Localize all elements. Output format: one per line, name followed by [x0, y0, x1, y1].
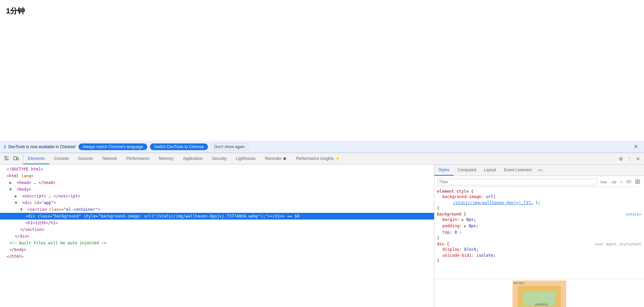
info-icon: ℹ [4, 144, 6, 149]
css-selector-div: div { [437, 242, 449, 246]
tab-lighthouse[interactable]: Lighthouse [231, 153, 260, 164]
css-selector-background: background { [437, 212, 466, 217]
new-style-rule-button[interactable]: + [619, 179, 624, 185]
tab-network[interactable]: Network [98, 153, 122, 164]
styles-tabs: Styles Computed Layout Event Listeners >… [434, 165, 644, 176]
dom-line-section[interactable]: ▼ <section class="el-container"> [0, 206, 434, 213]
toggle-properties-button[interactable] [634, 179, 641, 185]
tab-memory[interactable]: Memory [154, 153, 178, 164]
dom-line-div-app[interactable]: ▼ <div id="app"> [0, 199, 434, 206]
bg-image-link[interactable]: /static/img/wallhaven-dgojvj.f37… [453, 200, 533, 205]
devtools-toolbar: Elements Console Sources Network Perform… [0, 153, 644, 165]
styles-tab-styles[interactable]: Styles [434, 165, 453, 176]
tab-security[interactable]: Security [207, 153, 231, 164]
tab-performance-insights[interactable]: Performance insights ⚡ [291, 153, 345, 164]
box-model-diagram: margin border padding [513, 281, 566, 307]
dom-line-html[interactable]: <html lang> [0, 173, 434, 179]
switch-devtools-button[interactable]: Switch DevTools to Chinese [150, 143, 208, 150]
svg-rect-9 [638, 180, 640, 181]
tab-recorder[interactable]: Recorder ⏺ [260, 153, 291, 164]
tab-performance[interactable]: Performance [122, 153, 154, 164]
dom-line-body[interactable]: ▼ <body> [0, 186, 434, 193]
notification-close-button[interactable]: ✕ [632, 143, 640, 150]
css-rule-element-style: element style { background-image: url( /… [437, 189, 641, 210]
page-title: 1分钟 [6, 6, 25, 16]
more-options-button[interactable]: ⋮ [626, 155, 633, 163]
dom-content: <!DOCTYPE html> <html lang> ▶ <head> … <… [0, 165, 434, 307]
device-toggle-button[interactable] [12, 154, 20, 163]
styles-filter-input[interactable] [437, 179, 597, 185]
ua-label: user agent stylesheet [595, 242, 641, 246]
css-rule-div-ua: div { user agent stylesheet display: blo… [437, 242, 641, 263]
tab-elements[interactable]: Elements [23, 153, 49, 164]
dom-line-head[interactable]: ▶ <head> … </head> [0, 179, 434, 186]
match-language-button[interactable]: Always match Chrome's language [78, 143, 147, 150]
svg-rect-0 [5, 156, 6, 158]
css-selector-element: element style { [437, 189, 641, 194]
svg-rect-5 [17, 158, 18, 160]
box-model: margin border padding [434, 279, 644, 307]
notification-text: DevTools is now available in Chinese! [8, 144, 76, 149]
margin-expand[interactable]: ▶ [462, 218, 464, 222]
svg-rect-11 [638, 182, 640, 184]
svg-rect-10 [636, 182, 637, 184]
dom-line-div-background[interactable]: ··· <div class="background" style="backg… [0, 213, 434, 220]
tab-application[interactable]: Application [178, 153, 207, 164]
tab-console[interactable]: Console [49, 153, 73, 164]
toolbar-right: ⚙ ⋮ ✕ [615, 155, 644, 163]
dom-line-html-close[interactable]: </html> [0, 253, 434, 260]
svg-rect-4 [14, 157, 16, 160]
dom-line-div-close[interactable]: </div> [0, 233, 434, 240]
css-rule-background: background { <style> margin: ▶ 0px; padd… [437, 212, 641, 240]
styles-panel: Styles Computed Layout Event Listeners >… [434, 165, 644, 307]
styles-filter-row: :hov .cls + [437, 177, 641, 187]
dom-line-comment[interactable]: <!— built files will be auto injected —> [0, 240, 434, 246]
styles-content: :hov .cls + element style { background-i… [434, 176, 644, 279]
devtools-notification-banner: ℹ DevTools is now available in Chinese! … [0, 141, 644, 153]
svg-rect-8 [636, 180, 637, 181]
styles-tab-event-listeners[interactable]: Event Listeners [500, 165, 536, 176]
class-filter-button[interactable]: .cls [609, 179, 618, 185]
styles-tab-layout[interactable]: Layout [480, 165, 500, 176]
svg-rect-6 [627, 181, 631, 183]
styles-tab-computed[interactable]: Computed [453, 165, 480, 176]
devtools-panel: Elements Console Sources Network Perform… [0, 153, 644, 307]
tab-sources[interactable]: Sources [73, 153, 98, 164]
browser-content: 1分钟 [0, 0, 644, 141]
settings-button[interactable]: ⚙ [618, 155, 625, 163]
css-prop-background-image: background-image: url( /static/img/wallh… [442, 194, 641, 206]
inspect-element-button[interactable] [3, 154, 11, 163]
close-devtools-button[interactable]: ✕ [635, 155, 641, 163]
dom-line-section-close[interactable]: </section> [0, 226, 434, 233]
dom-panel: <!DOCTYPE html> <html lang> ▶ <head> … <… [0, 165, 434, 307]
devtools-body: <!DOCTYPE html> <html lang> ▶ <head> … <… [0, 165, 644, 307]
toggle-element-state-button[interactable] [625, 179, 633, 185]
box-model-padding: padding [523, 291, 555, 306]
padding-expand[interactable]: ▶ [464, 224, 466, 228]
dom-line-doctype[interactable]: <!DOCTYPE html> [0, 166, 434, 173]
styles-tab-more[interactable]: >> [536, 165, 545, 176]
pseudoclass-filter-button[interactable]: :hov [598, 179, 608, 185]
dont-show-again-button[interactable]: Don't show again [211, 143, 249, 150]
css-source-style-link[interactable]: <style> [626, 212, 641, 217]
dom-line-h1[interactable]: <h1>1分钟</h1> [0, 220, 434, 226]
devtools-tabs: Elements Console Sources Network Perform… [23, 153, 615, 164]
dom-line-noscript[interactable]: ▶ <noscript> … </noscript> [0, 193, 434, 199]
toolbar-icons [0, 154, 23, 163]
dom-line-body-close[interactable]: </body> [0, 246, 434, 253]
